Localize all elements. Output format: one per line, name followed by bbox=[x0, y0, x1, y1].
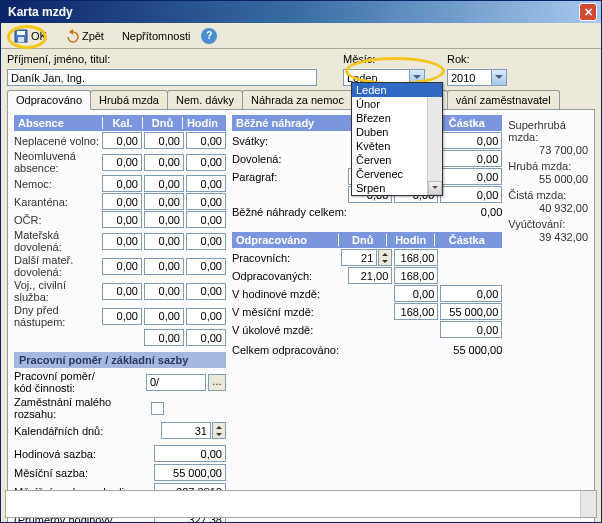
abs-dnu[interactable] bbox=[144, 308, 184, 325]
tab-body: Absence Kal. Dnů Hodin Neplacené volno:N… bbox=[7, 110, 595, 523]
table-row: V úkolové mzdě: bbox=[232, 321, 502, 338]
absence-sum-dnu[interactable] bbox=[144, 329, 184, 346]
absence-sum-hodin[interactable] bbox=[186, 329, 226, 346]
close-button[interactable]: ✕ bbox=[579, 3, 597, 21]
paragraf-castka[interactable] bbox=[440, 168, 502, 185]
odprac-header: Odpracováno Dnů Hodin Částka bbox=[232, 232, 502, 248]
table-row: V měsíční mzdě: bbox=[232, 303, 502, 320]
scrollbar-vertical[interactable] bbox=[580, 491, 596, 517]
odprac-hod[interactable] bbox=[394, 267, 438, 284]
tab-hruba-mzda[interactable]: Hrubá mzda bbox=[90, 90, 168, 109]
nahrady-sum-c[interactable] bbox=[440, 186, 502, 203]
tab-nem-davky[interactable]: Nem. dávky bbox=[167, 90, 243, 109]
scroll-down-icon[interactable] bbox=[428, 181, 442, 195]
abs-kal[interactable] bbox=[102, 154, 142, 171]
year-value: 2010 bbox=[451, 72, 475, 84]
kal-dnu-spinner[interactable] bbox=[212, 422, 226, 439]
year-select[interactable]: 2010 bbox=[447, 69, 507, 86]
abs-dnu[interactable] bbox=[144, 175, 184, 192]
abs-hod[interactable] bbox=[186, 132, 226, 149]
tab-odpracovano[interactable]: Odpracováno bbox=[7, 90, 91, 110]
vyuct-label: Vyúčtování: bbox=[508, 218, 588, 230]
absence-header: Absence Kal. Dnů Hodin bbox=[14, 115, 226, 131]
vyuct-value: 39 432,00 bbox=[508, 231, 588, 243]
prac-hod[interactable] bbox=[394, 249, 438, 266]
nahrady-total: Běžné náhrady celkem: 0,00 bbox=[232, 206, 502, 218]
abs-hod[interactable] bbox=[186, 193, 226, 210]
abs-dnu[interactable] bbox=[144, 193, 184, 210]
browse-button[interactable]: … bbox=[208, 374, 226, 391]
mes-mzda-castka[interactable] bbox=[440, 303, 502, 320]
abs-hod[interactable] bbox=[186, 211, 226, 228]
table-row: Odpracovaných: bbox=[232, 267, 502, 284]
abs-dnu[interactable] bbox=[144, 233, 184, 250]
kal-dnu-label: Kalendářních dnů: bbox=[14, 425, 161, 437]
ukol-mzda-castka[interactable] bbox=[440, 321, 502, 338]
hruba-value: 55 000,00 bbox=[508, 173, 588, 185]
summary-panel: Superhrubá mzda: 73 700,00 Hrubá mzda: 5… bbox=[508, 115, 588, 523]
mes-sazba-input[interactable] bbox=[154, 464, 226, 481]
absences-label: Nepřítomnosti bbox=[122, 30, 190, 42]
kal-dnu-input[interactable] bbox=[161, 422, 211, 439]
hod-sazba-label: Hodinová sazba: bbox=[14, 448, 154, 460]
hod-mzda-castka[interactable] bbox=[440, 285, 502, 302]
abs-kal[interactable] bbox=[102, 258, 142, 275]
abs-kal[interactable] bbox=[102, 308, 142, 325]
back-button[interactable]: Zpět bbox=[58, 26, 111, 46]
window-title: Karta mzdy bbox=[5, 5, 579, 19]
status-bar bbox=[5, 490, 597, 518]
table-row: Dny před nástupem: bbox=[14, 304, 226, 328]
year-label: Rok: bbox=[447, 53, 507, 65]
chevron-down-icon bbox=[491, 70, 506, 85]
dropdown-scrollbar[interactable] bbox=[427, 97, 442, 195]
cista-label: Čistá mzda: bbox=[508, 189, 588, 201]
month-dropdown[interactable]: LedenÚnorBřezenDubenKvětenČervenČervenec… bbox=[351, 82, 443, 196]
mes-mzda-hod[interactable] bbox=[394, 303, 438, 320]
abs-dnu[interactable] bbox=[144, 154, 184, 171]
hod-mzda-hod[interactable] bbox=[394, 285, 438, 302]
table-row: Voj., civilní služba: bbox=[14, 279, 226, 303]
abs-hod[interactable] bbox=[186, 258, 226, 275]
month-option[interactable]: Leden bbox=[352, 83, 442, 97]
table-row: Neplacené volno: bbox=[14, 132, 226, 149]
maly-rozsah-checkbox[interactable] bbox=[151, 402, 164, 415]
abs-kal[interactable] bbox=[102, 211, 142, 228]
maly-rozsah-label: Zaměstnání malého rozsahu: bbox=[14, 396, 151, 420]
abs-dnu[interactable] bbox=[144, 258, 184, 275]
tab-vani-zamestnavatel[interactable]: vání zaměstnavatel bbox=[447, 90, 560, 109]
prac-dnu[interactable] bbox=[341, 249, 377, 266]
help-button[interactable]: ? bbox=[201, 28, 217, 44]
dovolena-castka[interactable] bbox=[440, 150, 502, 167]
abs-kal[interactable] bbox=[102, 193, 142, 210]
name-input[interactable] bbox=[7, 69, 317, 86]
abs-hod[interactable] bbox=[186, 283, 226, 300]
abs-hod[interactable] bbox=[186, 308, 226, 325]
abs-kal[interactable] bbox=[102, 233, 142, 250]
prac-dnu-spinner[interactable] bbox=[378, 249, 392, 266]
odprac-dnu[interactable] bbox=[348, 267, 392, 284]
absences-button[interactable]: Nepřítomnosti bbox=[115, 27, 197, 45]
abs-dnu[interactable] bbox=[144, 211, 184, 228]
abs-hod[interactable] bbox=[186, 175, 226, 192]
abs-dnu[interactable] bbox=[144, 132, 184, 149]
abs-kal[interactable] bbox=[102, 283, 142, 300]
hod-sazba-input[interactable] bbox=[154, 445, 226, 462]
abs-kal[interactable] bbox=[102, 132, 142, 149]
ok-button[interactable]: OK bbox=[7, 26, 54, 46]
table-row: Neomluvená absence: bbox=[14, 150, 226, 174]
absence-sum-row bbox=[14, 329, 226, 346]
table-row: Pracovních: bbox=[232, 249, 502, 266]
abs-hod[interactable] bbox=[186, 233, 226, 250]
svg-rect-2 bbox=[18, 37, 24, 42]
svatky-castka[interactable] bbox=[440, 132, 502, 149]
pomer-kod-input[interactable] bbox=[146, 374, 206, 391]
abs-hod[interactable] bbox=[186, 154, 226, 171]
undo-icon bbox=[65, 29, 79, 43]
odprac-total: Celkem odpracováno: 55 000,00 bbox=[232, 344, 502, 356]
abs-dnu[interactable] bbox=[144, 283, 184, 300]
hruba-label: Hrubá mzda: bbox=[508, 160, 588, 172]
content: Příjmení, jméno, titul: Měsíc: Rok: Lede… bbox=[1, 49, 601, 523]
save-icon bbox=[14, 29, 28, 43]
abs-kal[interactable] bbox=[102, 175, 142, 192]
tab-nahrada-nemoc[interactable]: Náhrada za nemoc bbox=[242, 90, 353, 109]
